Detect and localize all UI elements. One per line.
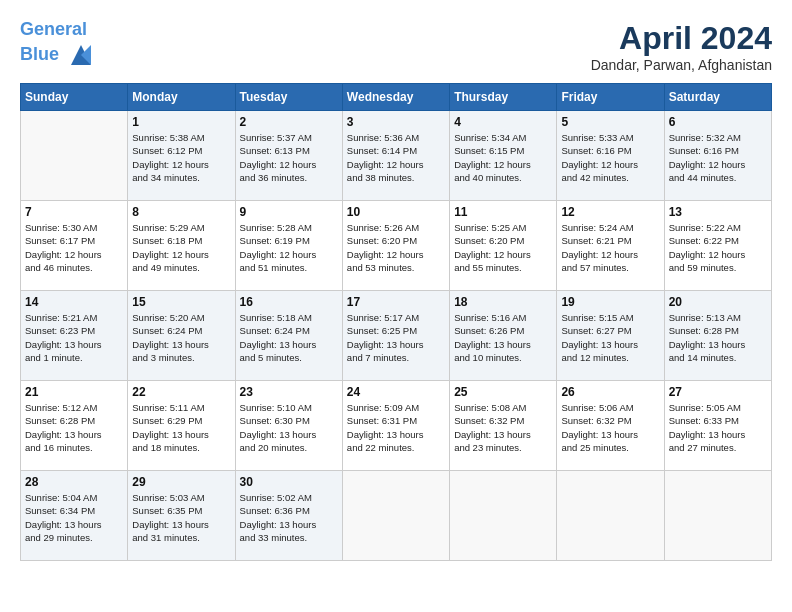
calendar-week-2: 7Sunrise: 5:30 AMSunset: 6:17 PMDaylight… — [21, 201, 772, 291]
day-info: Sunrise: 5:20 AMSunset: 6:24 PMDaylight:… — [132, 311, 230, 364]
day-info: Sunrise: 5:04 AMSunset: 6:34 PMDaylight:… — [25, 491, 123, 544]
day-number: 2 — [240, 115, 338, 129]
day-number: 11 — [454, 205, 552, 219]
logo-general: General — [20, 19, 87, 39]
calendar-cell: 21Sunrise: 5:12 AMSunset: 6:28 PMDayligh… — [21, 381, 128, 471]
calendar-cell — [664, 471, 771, 561]
day-info: Sunrise: 5:12 AMSunset: 6:28 PMDaylight:… — [25, 401, 123, 454]
col-header-thursday: Thursday — [450, 84, 557, 111]
col-header-monday: Monday — [128, 84, 235, 111]
day-number: 12 — [561, 205, 659, 219]
day-number: 7 — [25, 205, 123, 219]
calendar-cell: 10Sunrise: 5:26 AMSunset: 6:20 PMDayligh… — [342, 201, 449, 291]
day-number: 13 — [669, 205, 767, 219]
col-header-friday: Friday — [557, 84, 664, 111]
day-info: Sunrise: 5:26 AMSunset: 6:20 PMDaylight:… — [347, 221, 445, 274]
calendar-week-1: 1Sunrise: 5:38 AMSunset: 6:12 PMDaylight… — [21, 111, 772, 201]
day-number: 26 — [561, 385, 659, 399]
day-number: 8 — [132, 205, 230, 219]
day-info: Sunrise: 5:03 AMSunset: 6:35 PMDaylight:… — [132, 491, 230, 544]
day-info: Sunrise: 5:25 AMSunset: 6:20 PMDaylight:… — [454, 221, 552, 274]
day-number: 22 — [132, 385, 230, 399]
calendar-cell: 17Sunrise: 5:17 AMSunset: 6:25 PMDayligh… — [342, 291, 449, 381]
calendar-cell: 29Sunrise: 5:03 AMSunset: 6:35 PMDayligh… — [128, 471, 235, 561]
calendar-cell: 5Sunrise: 5:33 AMSunset: 6:16 PMDaylight… — [557, 111, 664, 201]
day-info: Sunrise: 5:36 AMSunset: 6:14 PMDaylight:… — [347, 131, 445, 184]
calendar-cell: 16Sunrise: 5:18 AMSunset: 6:24 PMDayligh… — [235, 291, 342, 381]
calendar-header-row: SundayMondayTuesdayWednesdayThursdayFrid… — [21, 84, 772, 111]
day-number: 18 — [454, 295, 552, 309]
day-number: 25 — [454, 385, 552, 399]
day-number: 28 — [25, 475, 123, 489]
day-info: Sunrise: 5:21 AMSunset: 6:23 PMDaylight:… — [25, 311, 123, 364]
day-info: Sunrise: 5:06 AMSunset: 6:32 PMDaylight:… — [561, 401, 659, 454]
day-number: 5 — [561, 115, 659, 129]
calendar-cell: 15Sunrise: 5:20 AMSunset: 6:24 PMDayligh… — [128, 291, 235, 381]
day-info: Sunrise: 5:05 AMSunset: 6:33 PMDaylight:… — [669, 401, 767, 454]
day-info: Sunrise: 5:16 AMSunset: 6:26 PMDaylight:… — [454, 311, 552, 364]
day-info: Sunrise: 5:38 AMSunset: 6:12 PMDaylight:… — [132, 131, 230, 184]
col-header-sunday: Sunday — [21, 84, 128, 111]
day-info: Sunrise: 5:37 AMSunset: 6:13 PMDaylight:… — [240, 131, 338, 184]
page-header: General Blue April 2024 Dandar, Parwan, … — [20, 20, 772, 73]
day-info: Sunrise: 5:09 AMSunset: 6:31 PMDaylight:… — [347, 401, 445, 454]
calendar-cell: 23Sunrise: 5:10 AMSunset: 6:30 PMDayligh… — [235, 381, 342, 471]
calendar-cell — [21, 111, 128, 201]
calendar-cell: 9Sunrise: 5:28 AMSunset: 6:19 PMDaylight… — [235, 201, 342, 291]
calendar-cell: 18Sunrise: 5:16 AMSunset: 6:26 PMDayligh… — [450, 291, 557, 381]
calendar-cell: 20Sunrise: 5:13 AMSunset: 6:28 PMDayligh… — [664, 291, 771, 381]
day-number: 3 — [347, 115, 445, 129]
calendar-cell: 4Sunrise: 5:34 AMSunset: 6:15 PMDaylight… — [450, 111, 557, 201]
col-header-tuesday: Tuesday — [235, 84, 342, 111]
title-block: April 2024 Dandar, Parwan, Afghanistan — [591, 20, 772, 73]
logo-blue: Blue — [20, 44, 59, 64]
calendar-cell: 8Sunrise: 5:29 AMSunset: 6:18 PMDaylight… — [128, 201, 235, 291]
calendar-cell: 12Sunrise: 5:24 AMSunset: 6:21 PMDayligh… — [557, 201, 664, 291]
day-number: 10 — [347, 205, 445, 219]
calendar-cell: 14Sunrise: 5:21 AMSunset: 6:23 PMDayligh… — [21, 291, 128, 381]
calendar-cell — [557, 471, 664, 561]
day-number: 16 — [240, 295, 338, 309]
day-number: 24 — [347, 385, 445, 399]
logo-icon — [66, 40, 96, 70]
day-info: Sunrise: 5:15 AMSunset: 6:27 PMDaylight:… — [561, 311, 659, 364]
day-number: 20 — [669, 295, 767, 309]
calendar-cell: 28Sunrise: 5:04 AMSunset: 6:34 PMDayligh… — [21, 471, 128, 561]
calendar-cell: 13Sunrise: 5:22 AMSunset: 6:22 PMDayligh… — [664, 201, 771, 291]
day-info: Sunrise: 5:13 AMSunset: 6:28 PMDaylight:… — [669, 311, 767, 364]
logo: General Blue — [20, 20, 96, 70]
calendar-cell: 2Sunrise: 5:37 AMSunset: 6:13 PMDaylight… — [235, 111, 342, 201]
calendar-week-5: 28Sunrise: 5:04 AMSunset: 6:34 PMDayligh… — [21, 471, 772, 561]
day-number: 1 — [132, 115, 230, 129]
month-title: April 2024 — [591, 20, 772, 57]
day-info: Sunrise: 5:08 AMSunset: 6:32 PMDaylight:… — [454, 401, 552, 454]
day-number: 21 — [25, 385, 123, 399]
day-info: Sunrise: 5:32 AMSunset: 6:16 PMDaylight:… — [669, 131, 767, 184]
day-number: 14 — [25, 295, 123, 309]
location: Dandar, Parwan, Afghanistan — [591, 57, 772, 73]
calendar-cell: 22Sunrise: 5:11 AMSunset: 6:29 PMDayligh… — [128, 381, 235, 471]
day-number: 29 — [132, 475, 230, 489]
calendar-cell: 1Sunrise: 5:38 AMSunset: 6:12 PMDaylight… — [128, 111, 235, 201]
day-info: Sunrise: 5:10 AMSunset: 6:30 PMDaylight:… — [240, 401, 338, 454]
day-number: 30 — [240, 475, 338, 489]
calendar-week-4: 21Sunrise: 5:12 AMSunset: 6:28 PMDayligh… — [21, 381, 772, 471]
day-number: 23 — [240, 385, 338, 399]
col-header-wednesday: Wednesday — [342, 84, 449, 111]
calendar-cell — [450, 471, 557, 561]
day-number: 17 — [347, 295, 445, 309]
calendar-table: SundayMondayTuesdayWednesdayThursdayFrid… — [20, 83, 772, 561]
calendar-cell: 6Sunrise: 5:32 AMSunset: 6:16 PMDaylight… — [664, 111, 771, 201]
day-info: Sunrise: 5:02 AMSunset: 6:36 PMDaylight:… — [240, 491, 338, 544]
day-number: 6 — [669, 115, 767, 129]
calendar-cell: 19Sunrise: 5:15 AMSunset: 6:27 PMDayligh… — [557, 291, 664, 381]
day-number: 19 — [561, 295, 659, 309]
day-info: Sunrise: 5:22 AMSunset: 6:22 PMDaylight:… — [669, 221, 767, 274]
day-info: Sunrise: 5:33 AMSunset: 6:16 PMDaylight:… — [561, 131, 659, 184]
calendar-cell: 7Sunrise: 5:30 AMSunset: 6:17 PMDaylight… — [21, 201, 128, 291]
calendar-cell: 27Sunrise: 5:05 AMSunset: 6:33 PMDayligh… — [664, 381, 771, 471]
day-info: Sunrise: 5:18 AMSunset: 6:24 PMDaylight:… — [240, 311, 338, 364]
day-info: Sunrise: 5:28 AMSunset: 6:19 PMDaylight:… — [240, 221, 338, 274]
calendar-week-3: 14Sunrise: 5:21 AMSunset: 6:23 PMDayligh… — [21, 291, 772, 381]
day-number: 15 — [132, 295, 230, 309]
